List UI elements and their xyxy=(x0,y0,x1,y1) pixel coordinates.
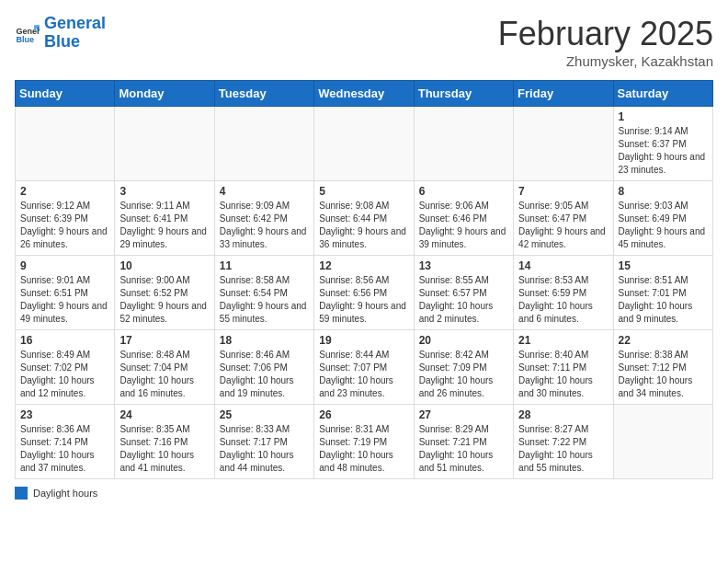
calendar-day-header: Sunday xyxy=(16,81,115,107)
day-number: 2 xyxy=(20,185,109,198)
day-number: 24 xyxy=(119,408,209,421)
day-info: Sunrise: 8:38 AM Sunset: 7:12 PM Dayligh… xyxy=(619,349,708,400)
day-number: 8 xyxy=(619,185,708,198)
day-info: Sunrise: 8:48 AM Sunset: 7:04 PM Dayligh… xyxy=(119,349,209,400)
day-number: 13 xyxy=(419,259,508,272)
title-block: February 2025 Zhumysker, Kazakhstan xyxy=(498,15,713,69)
day-number: 1 xyxy=(619,110,708,123)
calendar-day-cell xyxy=(314,107,414,181)
day-info: Sunrise: 9:00 AM Sunset: 6:52 PM Dayligh… xyxy=(119,274,209,326)
calendar-day-cell: 15Sunrise: 8:51 AM Sunset: 7:01 PM Dayli… xyxy=(613,256,712,330)
calendar-day-cell: 2Sunrise: 9:12 AM Sunset: 6:39 PM Daylig… xyxy=(16,181,115,256)
day-number: 4 xyxy=(220,185,309,198)
day-info: Sunrise: 9:11 AM Sunset: 6:41 PM Dayligh… xyxy=(119,200,209,251)
calendar-week-row: 23Sunrise: 8:36 AM Sunset: 7:14 PM Dayli… xyxy=(16,405,713,479)
day-info: Sunrise: 8:42 AM Sunset: 7:09 PM Dayligh… xyxy=(419,349,508,400)
logo-text: General Blue xyxy=(44,15,106,52)
day-info: Sunrise: 9:05 AM Sunset: 6:47 PM Dayligh… xyxy=(518,200,608,251)
day-info: Sunrise: 8:27 AM Sunset: 7:22 PM Dayligh… xyxy=(518,423,608,475)
svg-text:Blue: Blue xyxy=(16,35,34,44)
calendar-day-cell: 11Sunrise: 8:58 AM Sunset: 6:54 PM Dayli… xyxy=(214,256,313,330)
day-number: 21 xyxy=(518,334,608,347)
calendar-day-cell: 23Sunrise: 8:36 AM Sunset: 7:14 PM Dayli… xyxy=(16,405,115,479)
day-number: 15 xyxy=(619,259,708,272)
day-number: 27 xyxy=(419,408,508,421)
calendar-day-header: Monday xyxy=(115,81,214,107)
calendar-day-cell: 12Sunrise: 8:56 AM Sunset: 6:56 PM Dayli… xyxy=(314,256,414,330)
calendar-header-row: SundayMondayTuesdayWednesdayThursdayFrid… xyxy=(16,81,713,107)
calendar-week-row: 9Sunrise: 9:01 AM Sunset: 6:51 PM Daylig… xyxy=(16,256,713,330)
calendar-week-row: 1Sunrise: 9:14 AM Sunset: 6:37 PM Daylig… xyxy=(16,107,713,181)
day-number: 18 xyxy=(220,334,309,347)
day-number: 19 xyxy=(319,334,408,347)
calendar-day-cell: 6Sunrise: 9:06 AM Sunset: 6:46 PM Daylig… xyxy=(414,181,513,256)
day-number: 10 xyxy=(119,259,209,272)
legend-label: Daylight hours xyxy=(33,488,97,499)
page-header: General Blue General Blue February 2025 … xyxy=(15,15,713,69)
day-number: 7 xyxy=(518,185,608,198)
day-number: 12 xyxy=(319,259,408,272)
month-title: February 2025 xyxy=(498,15,713,53)
day-info: Sunrise: 9:08 AM Sunset: 6:44 PM Dayligh… xyxy=(319,200,408,251)
calendar-day-header: Tuesday xyxy=(214,81,313,107)
day-number: 17 xyxy=(119,334,209,347)
day-info: Sunrise: 8:51 AM Sunset: 7:01 PM Dayligh… xyxy=(619,274,708,326)
day-number: 14 xyxy=(518,259,608,272)
location-subtitle: Zhumysker, Kazakhstan xyxy=(498,53,713,69)
day-info: Sunrise: 9:09 AM Sunset: 6:42 PM Dayligh… xyxy=(220,200,309,251)
calendar-day-cell: 14Sunrise: 8:53 AM Sunset: 6:59 PM Dayli… xyxy=(514,256,613,330)
calendar-day-cell: 10Sunrise: 9:00 AM Sunset: 6:52 PM Dayli… xyxy=(115,256,214,330)
day-info: Sunrise: 8:40 AM Sunset: 7:11 PM Dayligh… xyxy=(518,349,608,400)
calendar-day-cell: 20Sunrise: 8:42 AM Sunset: 7:09 PM Dayli… xyxy=(414,330,513,405)
logo: General Blue General Blue xyxy=(15,15,106,52)
day-number: 22 xyxy=(619,334,708,347)
day-info: Sunrise: 8:49 AM Sunset: 7:02 PM Dayligh… xyxy=(20,349,109,400)
calendar-day-cell: 26Sunrise: 8:31 AM Sunset: 7:19 PM Dayli… xyxy=(314,405,414,479)
day-info: Sunrise: 9:01 AM Sunset: 6:51 PM Dayligh… xyxy=(20,274,109,326)
day-number: 5 xyxy=(319,185,408,198)
calendar-week-row: 16Sunrise: 8:49 AM Sunset: 7:02 PM Dayli… xyxy=(16,330,713,405)
day-info: Sunrise: 8:46 AM Sunset: 7:06 PM Dayligh… xyxy=(220,349,309,400)
calendar-day-cell: 18Sunrise: 8:46 AM Sunset: 7:06 PM Dayli… xyxy=(214,330,313,405)
calendar-day-cell: 17Sunrise: 8:48 AM Sunset: 7:04 PM Dayli… xyxy=(115,330,214,405)
day-info: Sunrise: 9:14 AM Sunset: 6:37 PM Dayligh… xyxy=(619,125,708,177)
logo-general: General xyxy=(44,14,106,32)
day-info: Sunrise: 9:12 AM Sunset: 6:39 PM Dayligh… xyxy=(20,200,109,251)
logo-icon: General Blue xyxy=(15,20,40,46)
day-info: Sunrise: 8:29 AM Sunset: 7:21 PM Dayligh… xyxy=(419,423,508,475)
day-info: Sunrise: 8:33 AM Sunset: 7:17 PM Dayligh… xyxy=(220,423,309,475)
calendar-day-cell: 13Sunrise: 8:55 AM Sunset: 6:57 PM Dayli… xyxy=(414,256,513,330)
day-number: 9 xyxy=(20,259,109,272)
day-info: Sunrise: 9:03 AM Sunset: 6:49 PM Dayligh… xyxy=(619,200,708,251)
calendar-day-cell xyxy=(514,107,613,181)
calendar-day-cell xyxy=(214,107,313,181)
day-number: 6 xyxy=(419,185,508,198)
day-number: 23 xyxy=(20,408,109,421)
calendar-day-header: Wednesday xyxy=(314,81,414,107)
calendar-day-cell: 4Sunrise: 9:09 AM Sunset: 6:42 PM Daylig… xyxy=(214,181,313,256)
day-number: 11 xyxy=(220,259,309,272)
calendar-day-cell: 5Sunrise: 9:08 AM Sunset: 6:44 PM Daylig… xyxy=(314,181,414,256)
day-info: Sunrise: 8:31 AM Sunset: 7:19 PM Dayligh… xyxy=(319,423,408,475)
calendar-day-cell: 9Sunrise: 9:01 AM Sunset: 6:51 PM Daylig… xyxy=(16,256,115,330)
legend-box xyxy=(15,487,28,500)
calendar-day-cell: 19Sunrise: 8:44 AM Sunset: 7:07 PM Dayli… xyxy=(314,330,414,405)
logo-blue: Blue xyxy=(44,32,80,51)
calendar-day-cell: 3Sunrise: 9:11 AM Sunset: 6:41 PM Daylig… xyxy=(115,181,214,256)
day-number: 28 xyxy=(518,408,608,421)
calendar-day-cell: 24Sunrise: 8:35 AM Sunset: 7:16 PM Dayli… xyxy=(115,405,214,479)
day-info: Sunrise: 8:56 AM Sunset: 6:56 PM Dayligh… xyxy=(319,274,408,326)
day-info: Sunrise: 8:58 AM Sunset: 6:54 PM Dayligh… xyxy=(220,274,309,326)
calendar-day-cell: 22Sunrise: 8:38 AM Sunset: 7:12 PM Dayli… xyxy=(613,330,712,405)
calendar-day-cell xyxy=(414,107,513,181)
legend: Daylight hours xyxy=(15,487,713,500)
calendar-day-header: Thursday xyxy=(414,81,513,107)
calendar-day-cell: 27Sunrise: 8:29 AM Sunset: 7:21 PM Dayli… xyxy=(414,405,513,479)
day-info: Sunrise: 8:55 AM Sunset: 6:57 PM Dayligh… xyxy=(419,274,508,326)
calendar-table: SundayMondayTuesdayWednesdayThursdayFrid… xyxy=(15,80,713,479)
calendar-day-cell xyxy=(613,405,712,479)
calendar-day-cell: 1Sunrise: 9:14 AM Sunset: 6:37 PM Daylig… xyxy=(613,107,712,181)
calendar-day-cell xyxy=(16,107,115,181)
calendar-day-cell: 7Sunrise: 9:05 AM Sunset: 6:47 PM Daylig… xyxy=(514,181,613,256)
calendar-day-cell: 8Sunrise: 9:03 AM Sunset: 6:49 PM Daylig… xyxy=(613,181,712,256)
